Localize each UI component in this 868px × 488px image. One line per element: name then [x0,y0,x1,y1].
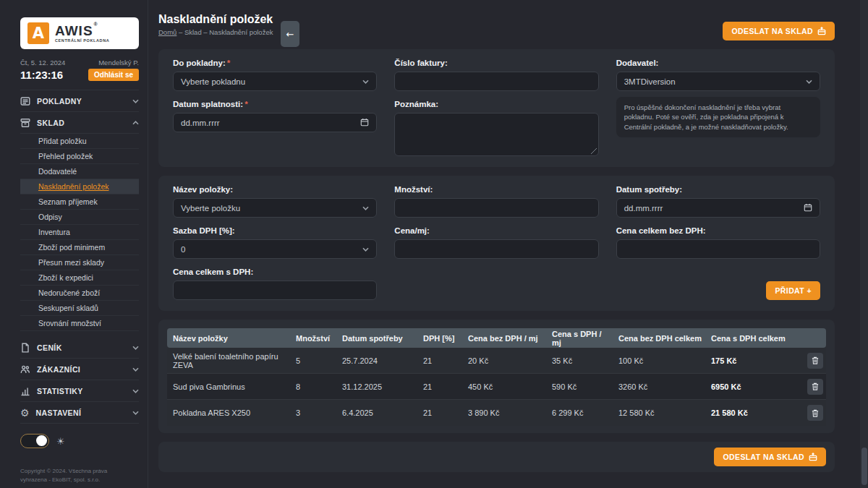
sklad-submenu: Přidat položku Přehled položek Dodavatel… [20,134,139,331]
sidebar-item-inventura[interactable]: Inventura [20,225,139,240]
toggle-knob [36,435,47,446]
page-header: Naskladnění položek Domů – Sklad – Naskl… [158,13,835,40]
app-window: A AWIS® CENTRÁLNÍ POKLADNA Čt, 5. 12. 20… [0,0,868,488]
sidebar-item-srovnani-mnozstvi[interactable]: Srovnání množství [20,316,139,331]
chevron-down-icon [362,80,369,84]
poznamka-textarea[interactable] [394,113,598,156]
field-poznamka: Poznámka: [394,100,598,156]
customers-icon [20,364,30,374]
sidebar-item-presun-mezi-sklady[interactable]: Přesun mezi sklady [20,255,139,270]
current-time: 11:23:16 [20,69,63,81]
sidebar-section-statistiky[interactable]: STATISTIKY [20,380,139,402]
scrollbar[interactable] [860,0,868,488]
nazev-polozky-select[interactable]: Vyberte položku [173,198,377,218]
datum-splatnosti-date-input[interactable]: dd.mm.rrrr [173,113,377,132]
col-header: Množství [290,334,336,343]
sidebar-item-seskupeni-skladu[interactable]: Seskupení skladů [20,301,139,316]
session-info: Čt, 5. 12. 2024 Mendelský P. 11:23:16 Od… [20,59,139,81]
sidebar-item-zbozi-k-expedici[interactable]: Zboží k expedici [20,270,139,286]
field-cislo-faktury: Číslo faktury: [394,59,598,91]
do-pokladny-select[interactable]: Vyberte pokladnu [173,72,377,91]
sidebar-section-zakaznici[interactable]: ZÁKAZNÍCI [20,359,139,380]
sun-icon: ☀ [56,436,65,447]
table-row: Pokladna ARES X250 3 6.4.2025 21 3 890 K… [167,400,826,426]
chevron-down-icon [132,99,139,103]
field-label: Číslo faktury: [394,59,598,67]
field-do-pokladny: Do pokladny:* Vyberte pokladnu [173,59,377,91]
mnozstvi-input[interactable] [394,198,598,218]
col-header: Cena bez DPH celkem [613,334,705,343]
sidebar-section-pokladny[interactable]: POKLADNY [20,90,139,112]
sidebar-item-naskladneni-polozek[interactable]: Naskladnění položek [20,179,139,194]
cena-celkem-s-dph-input[interactable] [173,281,377,300]
chevron-down-icon [132,367,139,372]
chevron-down-icon [806,80,812,84]
copyright: Copyright © 2024. Všechna práva vyhrazen… [20,467,139,484]
registered-mark: ® [94,22,98,27]
items-table: Název položky Množství Datum spotřeby DP… [167,328,826,426]
dodavatel-select[interactable]: 3MTDiversion [616,72,820,91]
field-label: Množství: [394,185,598,194]
field-cena-celkem-s-dph: Cena celkem s DPH: [173,267,377,300]
pridat-button[interactable]: PŘIDAT + [766,281,820,300]
warehouse-in-icon [809,453,817,461]
calendar-icon [360,118,369,128]
field-label: Název položky: [173,185,377,194]
resize-grip[interactable] [591,148,597,154]
sidebar-item-pridat-polozku[interactable]: Přidat položku [20,134,139,149]
sidebar-item-seznam-prijemek[interactable]: Seznam příjemek [20,194,139,210]
sidebar-item-dodavatele[interactable]: Dodavatelé [20,164,139,179]
send-to-warehouse-button-top[interactable]: ODESLAT NA SKLAD [723,22,835,40]
trash-icon [811,408,820,418]
datum-spotreby-date-input[interactable]: dd.mm.rrrr [616,198,820,218]
panel-odeslat: ODESLAT NA SKLAD [158,442,835,472]
breadcrumb-home-link[interactable]: Domů [158,28,176,36]
sidebar-section-sklad[interactable]: SKLAD [20,112,139,134]
logo-mark-icon: A [27,22,49,44]
logged-user: Mendelský P. [98,59,139,67]
sidebar-section-cenik[interactable]: CENÍK [20,337,139,359]
back-button[interactable]: ← [281,21,299,47]
field-mnozstvi: Množství: [394,185,598,218]
sidebar-item-odpisy[interactable]: Odpisy [20,210,139,225]
field-label: Cena celkem bez DPH: [616,226,820,235]
col-header: Datum spotřeby [336,334,417,343]
chevron-down-icon [132,389,139,393]
sidebar-item-nedorucene-zbozi[interactable]: Nedoručené zboží [20,286,139,301]
scrollbar-thumb[interactable] [861,448,867,485]
col-header: Cena s DPH / mj [546,330,613,347]
sidebar-item-zbozi-pod-minimem[interactable]: Zboží pod minimem [20,240,139,255]
field-nazev-polozky: Název položky: Vyberte položku [173,185,377,218]
field-label: Cena celkem s DPH: [173,267,377,276]
sidebar-section-label: ZÁKAZNÍCI [37,365,126,374]
sazba-dph-select[interactable]: 0 [173,239,377,259]
sidebar-section-label: POKLADNY [37,97,126,106]
delete-row-button[interactable] [807,379,823,395]
field-label: Sazba DPH [%]: [173,226,377,235]
dark-mode-toggle[interactable] [20,434,49,448]
cislo-faktury-input[interactable] [394,72,598,91]
sidebar-section-nastaveni[interactable]: ⚙ NASTAVENÍ [20,402,139,424]
field-info: Pro úspěšné dokončení naskladnění je tře… [616,97,820,156]
chevron-down-icon [362,206,369,210]
logo-brand: AWIS® [55,24,109,38]
logo-subtitle: CENTRÁLNÍ POKLADNA [55,39,109,43]
delete-row-button[interactable] [807,405,823,421]
current-date: Čt, 5. 12. 2024 [20,59,65,67]
warehouse-icon [20,118,30,128]
cena-celkem-bez-dph-input[interactable] [616,239,820,259]
field-cena-mj: Cena/mj: [394,226,598,259]
send-to-warehouse-button-bottom[interactable]: ODESLAT NA SKLAD [714,448,826,466]
cena-mj-input[interactable] [394,239,598,259]
col-header: DPH [%] [417,334,462,343]
chevron-up-icon [132,121,139,125]
theme-switch-row: ☀ [20,434,139,448]
logout-button[interactable]: Odhlásit se [88,69,139,81]
statistics-icon [20,386,30,396]
field-label: Cena/mj: [394,226,598,235]
col-header: Cena s DPH celkem [705,334,801,343]
sidebar-item-prehled-polozek[interactable]: Přehled položek [20,149,139,164]
warehouse-in-icon [817,27,826,35]
delete-row-button[interactable] [807,353,823,369]
field-label: Datum splatnosti:* [173,100,377,108]
